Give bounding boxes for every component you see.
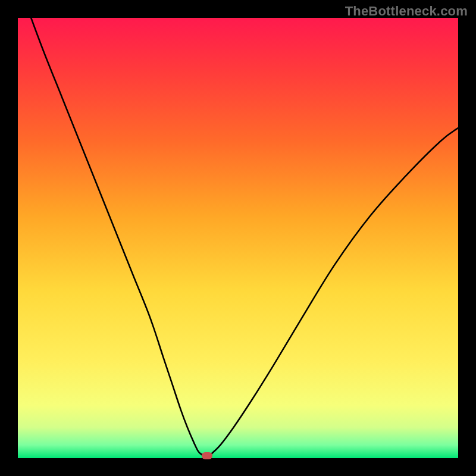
plot-area <box>18 18 458 458</box>
curve-right-branch <box>212 128 458 454</box>
watermark-text: TheBottleneck.com <box>345 4 468 19</box>
bottleneck-curve <box>18 18 458 458</box>
chart-frame: TheBottleneck.com <box>0 0 476 476</box>
minimum-marker <box>202 452 212 459</box>
curve-left-branch <box>31 18 202 455</box>
